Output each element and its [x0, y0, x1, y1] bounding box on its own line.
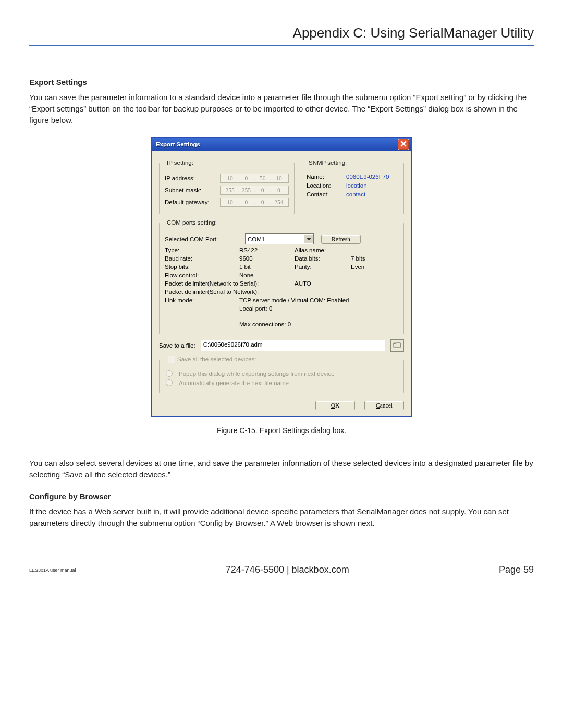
save-all-legend: Save all the selected devices:: [177, 356, 256, 362]
snmp-name-label: Name:: [307, 174, 343, 180]
com-ports-fieldset: COM ports setting: Selected COM Port: CO…: [159, 219, 404, 334]
chevron-down-icon: [304, 235, 313, 243]
save-all-checkbox[interactable]: [168, 356, 175, 363]
snmp-location-label: Location:: [307, 182, 343, 189]
snmp-name-value: 0060E9-026F70: [346, 174, 389, 180]
type-value: RS422: [239, 247, 295, 253]
auto-generate-radio[interactable]: [166, 379, 173, 386]
dialog-titlebar[interactable]: Export Settings: [152, 138, 411, 151]
snmp-contact-value: contact: [346, 191, 365, 198]
snmp-setting-legend: SNMP setting:: [307, 159, 349, 166]
browse-button[interactable]: [390, 339, 404, 352]
default-gateway-label: Default gateway:: [165, 199, 217, 205]
export-settings-dialog: Export Settings IP setting: IP address: …: [151, 137, 412, 417]
save-to-file-label: Save to a file:: [159, 342, 195, 349]
page-title: Appendix C: Using SerialManager Utility: [29, 25, 534, 41]
popup-dialog-label: Popup this dialog while exporting settin…: [179, 371, 335, 377]
alias-label: Alias name:: [295, 247, 351, 253]
selected-com-port-label: Selected COM Port:: [165, 236, 238, 242]
save-path-input[interactable]: C:\0060e9026f70.adm: [201, 340, 385, 351]
snmp-setting-fieldset: SNMP setting: Name:0060E9-026F70 Locatio…: [301, 159, 404, 214]
link-mode-label: Link mode:: [165, 297, 239, 303]
ok-button[interactable]: OK: [315, 401, 355, 410]
footer-center: 724-746-5500 | blackbox.com: [76, 564, 499, 575]
flow-control-value: None: [239, 272, 295, 278]
refresh-button[interactable]: Refresh: [321, 235, 361, 244]
packet-delim-s2n-label: Packet delimiter(Serial to Network):: [165, 289, 259, 295]
stop-bits-label: Stop bits:: [165, 264, 239, 270]
header-rule: [29, 45, 534, 46]
alias-value: [351, 247, 398, 253]
max-connections-value: Max connections: 0: [239, 321, 291, 327]
footer-left: LES301A user manual: [29, 567, 76, 573]
para-configure-by-browser: If the device has a Web server built in,…: [29, 506, 534, 529]
cancel-button[interactable]: Cancel: [364, 401, 404, 410]
snmp-contact-label: Contact:: [307, 191, 343, 198]
stop-bits-value: 1 bit: [239, 264, 295, 270]
close-icon: [400, 141, 407, 148]
data-bits-value: 7 bits: [351, 255, 398, 262]
packet-delim-n2s-label: Packet delimiter(Network to Serial):: [165, 280, 295, 287]
section-configure-by-browser-heading: Configure by Browser: [29, 492, 534, 501]
ip-setting-fieldset: IP setting: IP address: 10. 0. 50. 10 S: [159, 159, 295, 214]
subnet-mask-input[interactable]: 255. 255. 0. 0: [220, 186, 289, 195]
close-button[interactable]: [398, 139, 409, 150]
para-export-settings: You can save the parameter information t…: [29, 92, 534, 126]
ip-setting-legend: IP setting:: [165, 159, 195, 166]
packet-delim-n2s-value: AUTO: [295, 280, 311, 287]
ip-address-input[interactable]: 10. 0. 50. 10: [220, 174, 289, 183]
para-save-all-devices: You can also select several devices at o…: [29, 458, 534, 480]
ip-address-label: IP address:: [165, 175, 217, 181]
snmp-location-value: location: [346, 182, 367, 189]
svg-point-2: [396, 347, 397, 347]
footer-page-number: Page 59: [499, 564, 534, 575]
baud-rate-value: 9600: [239, 255, 295, 262]
popup-dialog-radio[interactable]: [166, 370, 173, 377]
section-export-settings-heading: Export Settings: [29, 78, 534, 87]
figure-caption: Figure C-15. Export Settings dialog box.: [29, 426, 534, 435]
auto-generate-label: Automatically generate the next file nam…: [179, 380, 289, 386]
default-gateway-input[interactable]: 10. 0. 0. 254: [220, 198, 289, 207]
local-port-value: Local port: 0: [239, 305, 272, 312]
data-bits-label: Data bits:: [295, 255, 351, 262]
parity-value: Even: [351, 264, 398, 270]
svg-point-3: [397, 347, 398, 347]
parity-label: Parity:: [295, 264, 351, 270]
svg-point-1: [395, 347, 396, 347]
flow-control-label: Flow control:: [165, 272, 239, 278]
com-port-select-value: COM1: [246, 236, 304, 242]
dialog-title: Export Settings: [156, 141, 200, 147]
baud-rate-label: Baud rate:: [165, 255, 239, 262]
subnet-mask-label: Subnet mask:: [165, 187, 217, 193]
com-ports-legend: COM ports setting:: [165, 219, 219, 226]
folder-icon: [393, 341, 401, 350]
link-mode-value: TCP server mode / Virtual COM: Enabled: [239, 297, 349, 303]
com-port-select[interactable]: COM1: [245, 233, 314, 244]
save-all-fieldset: Save all the selected devices: Popup thi…: [159, 356, 404, 393]
footer-rule: [29, 558, 534, 558]
type-label: Type:: [165, 247, 239, 253]
